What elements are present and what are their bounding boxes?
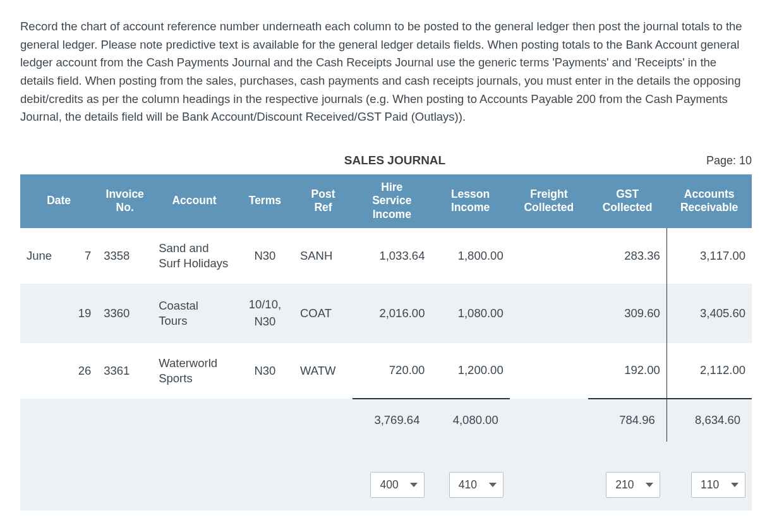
ref-select-lesson-income[interactable]: 410 [449,472,504,498]
total-freight-collected [510,399,588,442]
cell-gst-collected: 309.60 [588,284,666,343]
ref-select-gst-collected[interactable]: 210 [606,472,660,498]
journal-title: SALES JOURNAL [20,152,706,169]
ref-select-value: 210 [615,477,634,493]
ref-select-value: 400 [380,477,398,493]
col-header-accounts-receivable: AccountsReceivable [666,174,752,229]
ref-select-value: 410 [459,477,477,493]
cell-empty [236,459,294,511]
table-row-account-refs: 400 410 210 110 [20,459,752,511]
sales-journal-table: Date InvoiceNo. Account Terms PostRef Hi… [20,174,752,511]
cell-hire-income: 1,033.64 [353,228,431,284]
cell-terms: N30 [236,343,294,399]
total-gst-collected: 784.96 [588,399,666,442]
cell-post-ref: SANH [294,228,353,284]
cell-ref-hire-income: 400 [353,459,431,511]
cell-lesson-income: 1,200.00 [431,343,509,399]
cell-invoice-no: 3361 [97,343,152,399]
ref-select-hire-income[interactable]: 400 [370,472,425,498]
table-row: 19 3360 Coastal Tours 10/10, N30 COAT 2,… [20,284,752,343]
cell-empty [20,399,66,442]
col-header-terms: Terms [236,174,294,229]
cell-account: Sand and Surf Holidays [152,228,236,284]
cell-freight-collected [510,228,588,284]
table-header-row: Date InvoiceNo. Account Terms PostRef Hi… [20,174,752,229]
cell-post-ref: COAT [294,284,353,343]
cell-empty [97,459,152,511]
table-row: 26 3361 Waterworld Sports N30 WATW 720.0… [20,343,752,399]
cell-empty [236,399,294,442]
cell-post-ref: WATW [294,343,353,399]
cell-day: 7 [66,228,98,284]
instructions-text: Record the chart of account reference nu… [20,18,752,126]
col-header-invoice-no: InvoiceNo. [97,174,152,229]
journal-page-label: Page: 10 [706,152,752,169]
col-header-account: Account [152,174,236,229]
cell-invoice-no: 3360 [97,284,152,343]
table-row: June 7 3358 Sand and Surf Holidays N30 S… [20,228,752,284]
total-lesson-income: 4,080.00 [431,399,509,442]
cell-ref-lesson-income: 410 [431,459,509,511]
cell-accounts-receivable: 3,117.00 [666,228,752,284]
cell-account: Waterworld Sports [152,343,236,399]
cell-empty [20,459,66,511]
cell-month [20,284,66,343]
cell-gst-collected: 283.36 [588,228,666,284]
col-header-freight-collected: FreightCollected [510,174,588,229]
cell-month [20,343,66,399]
cell-accounts-receivable: 2,112.00 [666,343,752,399]
cell-account: Coastal Tours [152,284,236,343]
cell-month: June [20,228,66,284]
chevron-down-icon [489,483,497,487]
table-row-totals: 3,769.64 4,080.00 784.96 8,634.60 [20,399,752,442]
journal-heading-row: SALES JOURNAL Page: 10 [20,152,752,169]
cell-hire-income: 2,016.00 [353,284,431,343]
cell-ref-accounts-receivable: 110 [666,459,752,511]
cell-empty [152,459,236,511]
ref-select-value: 110 [701,477,719,493]
cell-lesson-income: 1,080.00 [431,284,509,343]
cell-ref-gst-collected: 210 [588,459,666,511]
cell-empty [66,459,98,511]
ref-select-accounts-receivable[interactable]: 110 [691,472,745,498]
cell-empty [152,399,236,442]
col-header-hire-service-income: HireServiceIncome [353,174,431,229]
cell-empty [294,399,353,442]
total-hire-income: 3,769.64 [353,399,431,442]
col-header-post-ref: PostRef [294,174,353,229]
cell-ref-freight-collected [510,459,588,511]
cell-empty [97,399,152,442]
total-accounts-receivable: 8,634.60 [666,399,752,442]
cell-gst-collected: 192.00 [588,343,666,399]
cell-hire-income: 720.00 [353,343,431,399]
chevron-down-icon [646,483,653,487]
table-row-spacer [20,442,752,459]
cell-empty [66,399,98,442]
chevron-down-icon [731,483,739,487]
cell-empty [20,442,752,459]
chevron-down-icon [410,483,418,487]
cell-freight-collected [510,343,588,399]
cell-invoice-no: 3358 [97,228,152,284]
cell-terms: 10/10, N30 [236,284,294,343]
col-header-date: Date [20,174,97,229]
cell-day: 19 [66,284,98,343]
cell-accounts-receivable: 3,405.60 [666,284,752,343]
cell-terms: N30 [236,228,294,284]
cell-day: 26 [66,343,98,399]
cell-empty [294,459,353,511]
cell-lesson-income: 1,800.00 [431,228,509,284]
col-header-gst-collected: GSTCollected [588,174,666,229]
col-header-lesson-income: LessonIncome [431,174,509,229]
cell-freight-collected [510,284,588,343]
